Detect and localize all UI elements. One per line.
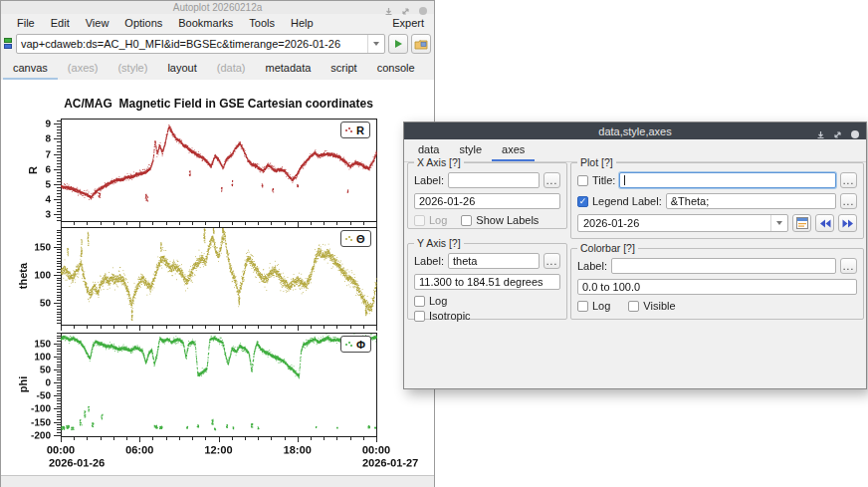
address-toolbar	[1, 31, 434, 57]
menu-bar: File Edit View Options Bookmarks Tools H…	[1, 14, 434, 31]
x-axis-label-input[interactable]	[448, 172, 540, 188]
tab-axes[interactable]: (axes)	[58, 58, 108, 80]
x-axis-log-label[interactable]: Log	[429, 214, 447, 226]
y-axis-group-label: Y Axis [?]	[414, 237, 464, 249]
y-axis-label-r[interactable]: R	[27, 166, 39, 174]
properties-dialog: data,style,axes data style axes X Axis […	[403, 122, 867, 389]
y-axis-label-more-button[interactable]: ...	[543, 253, 560, 269]
colorbar-label-more-button[interactable]: ...	[840, 258, 857, 274]
legend-label-phi: Φ	[356, 339, 365, 351]
x-axis-group-label: X Axis [?]	[414, 156, 464, 168]
x-axis-show-labels-label[interactable]: Show Labels	[476, 214, 539, 226]
pin-icon[interactable]	[816, 125, 825, 143]
tab-data[interactable]: (data)	[207, 58, 256, 80]
y-axis-label-input[interactable]	[448, 253, 540, 269]
colorbar-group-label: Colorbar [?]	[577, 242, 638, 254]
plot-group-label: Plot [?]	[577, 156, 616, 168]
scan-next-button[interactable]	[838, 214, 857, 232]
legend-r[interactable]: R	[340, 122, 370, 138]
y-axis-isotropic-checkbox[interactable]	[414, 311, 425, 322]
y-axis-label-theta[interactable]: theta	[17, 263, 29, 289]
plot-legend-more-button[interactable]: ...	[840, 193, 857, 209]
tab-layout[interactable]: layout	[157, 58, 206, 80]
x-axis-show-labels-checkbox[interactable]	[461, 215, 472, 226]
x-axis-log-checkbox[interactable]	[414, 215, 425, 226]
timerange-dropdown-button[interactable]	[770, 215, 787, 231]
uri-input[interactable]	[17, 38, 367, 50]
open-file-button[interactable]	[411, 34, 431, 54]
fast-forward-icon	[842, 219, 854, 228]
main-titlebar[interactable]: Autoplot 20260212a	[1, 1, 434, 14]
resize-icon[interactable]	[833, 125, 842, 143]
legend-phi[interactable]: Φ	[340, 336, 371, 353]
rewind-icon	[819, 219, 831, 228]
folder-icon	[414, 39, 428, 50]
autoplot-window: Autoplot 20260212a File Edit View Option…	[0, 0, 435, 487]
dialog-titlebar[interactable]: data,style,axes	[404, 122, 866, 139]
uri-combobox[interactable]	[16, 34, 385, 54]
close-icon[interactable]	[418, 2, 428, 20]
plot-timerange-value: 2026-01-26	[578, 217, 770, 229]
y-axis-log-checkbox[interactable]	[414, 296, 425, 307]
menu-file[interactable]: File	[9, 16, 43, 30]
menu-edit[interactable]: Edit	[43, 16, 78, 30]
go-play-button[interactable]	[388, 34, 408, 54]
plot-legend-input[interactable]	[666, 193, 836, 209]
resize-icon[interactable]	[401, 2, 410, 20]
chevron-down-icon	[373, 42, 379, 46]
chevron-down-icon	[776, 221, 782, 225]
window-title: Autoplot 20260212a	[1, 2, 434, 13]
colorbar-label-input[interactable]	[611, 258, 836, 274]
plot-legend-caption[interactable]: Legend Label:	[592, 195, 662, 207]
y-axis-range-input[interactable]	[414, 274, 560, 290]
colorbar-log-label[interactable]: Log	[592, 300, 610, 312]
calendar-icon	[796, 217, 808, 229]
uri-dropdown-button[interactable]	[367, 35, 384, 53]
x-axis-group: X Axis [?] Label: ... Log Show Labels	[407, 162, 567, 229]
tab-script[interactable]: script	[321, 58, 366, 80]
plot-title-more-button[interactable]: ...	[840, 172, 857, 188]
menu-view[interactable]: View	[78, 16, 117, 30]
y-axis-label-phi[interactable]: phi	[17, 376, 29, 393]
y-axis-label-caption: Label:	[414, 255, 444, 267]
plot-group: Plot [?] Title: ... ✓ Legend Label: ... …	[570, 162, 864, 239]
y-axis-isotropic-label[interactable]: Isotropic	[429, 310, 471, 322]
main-tab-bar: canvas (axes) (style) layout (data) meta…	[1, 57, 434, 81]
plot-title-input[interactable]	[619, 172, 836, 188]
tab-metadata[interactable]: metadata	[255, 58, 321, 80]
plot-legend-checkbox[interactable]: ✓	[577, 196, 588, 207]
menu-bookmarks[interactable]: Bookmarks	[170, 16, 241, 30]
close-icon[interactable]	[850, 125, 860, 143]
legend-theta[interactable]: Θ	[340, 230, 371, 247]
colorbar-log-checkbox[interactable]	[577, 301, 588, 312]
tab-style[interactable]: (style)	[108, 58, 157, 80]
scan-previous-button[interactable]	[815, 214, 834, 232]
tab-console[interactable]: console	[367, 58, 425, 80]
colorbar-group: Colorbar [?] Label: ... Log Visible	[570, 248, 864, 320]
x-axis-label-caption: Label:	[414, 174, 444, 186]
tab-canvas[interactable]: canvas	[3, 58, 58, 80]
legend-marker-r	[345, 126, 352, 133]
menu-help[interactable]: Help	[283, 16, 322, 30]
plot-title: AC/MAG Magnetic Field in GSE Cartesian c…	[61, 97, 376, 111]
plot-title-checkbox[interactable]	[577, 175, 588, 186]
x-axis-range-input[interactable]	[414, 193, 560, 209]
pin-icon[interactable]	[384, 2, 393, 20]
colorbar-visible-checkbox[interactable]	[628, 301, 639, 312]
menu-options[interactable]: Options	[116, 16, 170, 30]
menu-tools[interactable]: Tools	[241, 16, 283, 30]
plot-canvas[interactable]	[1, 79, 435, 476]
colorbar-visible-label[interactable]: Visible	[643, 300, 675, 312]
plot-title-caption[interactable]: Title:	[592, 174, 615, 186]
timerange-editor-button[interactable]	[792, 214, 811, 232]
dialog-title: data,style,axes	[404, 125, 866, 137]
plot-timerange-combobox[interactable]: 2026-01-26	[577, 214, 788, 232]
legend-marker-theta	[345, 235, 352, 242]
vap-datasource-icon	[4, 38, 13, 51]
x-axis-label-more-button[interactable]: ...	[543, 172, 560, 188]
legend-marker-phi	[345, 341, 352, 348]
colorbar-range-input[interactable]	[577, 279, 857, 295]
legend-label-r: R	[356, 124, 364, 136]
dialog-tab-axes[interactable]: axes	[492, 139, 535, 161]
y-axis-log-label[interactable]: Log	[429, 295, 447, 307]
